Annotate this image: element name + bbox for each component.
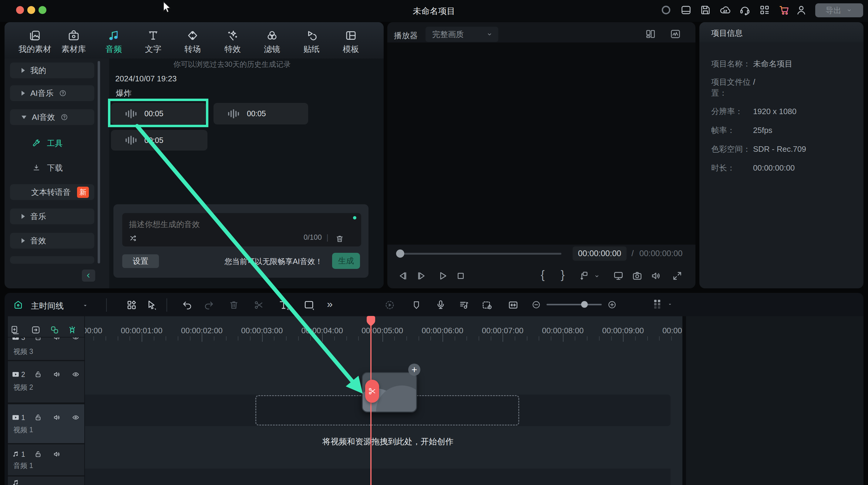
panel-layout-icon[interactable] [680, 4, 692, 16]
close-window-button[interactable] [16, 6, 24, 14]
audio-clip-chip[interactable]: 00:05 [111, 130, 208, 150]
sidebar-item-音乐[interactable]: 音乐 [10, 208, 94, 224]
track-manager-caret[interactable] [666, 301, 673, 308]
keyframe-icon[interactable] [481, 299, 493, 311]
tab-贴纸[interactable]: 贴纸 [294, 27, 329, 57]
snap-icon[interactable] [67, 325, 78, 335]
sidebar-item-partial[interactable] [10, 256, 94, 264]
eye-icon[interactable] [71, 338, 80, 341]
save-icon[interactable] [700, 4, 712, 16]
track-header-视频 1[interactable]: 1视频 1 [8, 404, 84, 443]
marker-jump-icon[interactable] [579, 270, 590, 282]
mark-in-button[interactable]: { [541, 268, 545, 281]
redo-icon[interactable] [204, 299, 214, 311]
zoom-in-icon[interactable] [607, 300, 617, 310]
zoom-out-icon[interactable] [531, 300, 541, 310]
audio-clip-chip[interactable]: 00:05 [111, 103, 207, 124]
split-icon[interactable] [253, 299, 264, 311]
more-tools-icon[interactable]: » [327, 298, 333, 310]
text-tool-icon[interactable] [278, 299, 290, 311]
tab-转场[interactable]: 转场 [175, 27, 210, 57]
audio-clip-chip[interactable]: 00:05 [214, 103, 308, 124]
account-icon[interactable] [795, 4, 807, 16]
help-icon[interactable] [59, 89, 67, 97]
cart-icon[interactable] [778, 4, 790, 16]
minimize-window-button[interactable] [27, 6, 35, 14]
tab-音频[interactable]: 音频 [96, 27, 131, 57]
shuffle-icon[interactable] [129, 234, 138, 243]
track-speaker-icon[interactable] [53, 413, 61, 422]
zoom-window-button[interactable] [38, 6, 46, 14]
multicam-view-icon[interactable] [645, 28, 657, 40]
track-speaker-icon[interactable] [53, 450, 61, 458]
main-timeline-home-icon[interactable] [13, 299, 24, 311]
tab-模板[interactable]: 模板 [333, 27, 369, 57]
undo-icon[interactable] [182, 299, 193, 311]
component-tool-icon[interactable] [126, 299, 137, 311]
speaker-icon[interactable] [650, 270, 662, 282]
timeline-dropdown-caret[interactable] [81, 302, 89, 310]
widgets-icon[interactable] [758, 4, 771, 16]
export-button[interactable]: 导出 [815, 3, 863, 17]
sidebar-item-下载[interactable]: 下载 [10, 162, 94, 174]
fit-timeline-icon[interactable] [507, 299, 519, 311]
external-monitor-icon[interactable] [613, 270, 624, 282]
fullscreen-icon[interactable] [672, 270, 683, 282]
track-header-音频 1[interactable]: 1音频 1 [8, 444, 84, 475]
sidebar-collapse-button[interactable] [82, 269, 95, 282]
trash-icon[interactable] [335, 234, 344, 244]
delete-icon[interactable] [228, 299, 239, 311]
add-clip-plus-badge[interactable]: + [408, 364, 420, 376]
add-media-icon[interactable] [10, 325, 20, 335]
select-tool-icon[interactable] [146, 299, 157, 311]
stop-button[interactable] [455, 270, 466, 282]
eye-icon[interactable] [71, 413, 80, 422]
track-header-视频 2[interactable]: 2视频 2 [8, 361, 84, 402]
screen-record-icon[interactable] [660, 4, 672, 16]
marker-chevron-icon[interactable] [593, 273, 600, 280]
voiceover-mic-icon[interactable] [435, 299, 446, 311]
video-scopes-icon[interactable] [669, 28, 681, 40]
next-frame-button[interactable] [415, 270, 427, 282]
quality-dropdown[interactable]: 完整画质 [426, 27, 498, 42]
tab-特效[interactable]: 特效 [215, 27, 250, 57]
play-button[interactable] [437, 270, 448, 282]
sidebar-item-音效[interactable]: 音效 [10, 233, 94, 249]
settings-button[interactable]: 设置 [122, 254, 159, 268]
cloud-sync-icon[interactable] [719, 4, 731, 16]
audio-mixer-icon[interactable] [458, 299, 470, 311]
sidebar-item-AI音效[interactable]: AI音效 [10, 109, 94, 125]
lock-open-icon[interactable] [34, 450, 42, 458]
render-preview-icon[interactable] [384, 299, 396, 311]
tab-滤镜[interactable]: 滤镜 [254, 27, 290, 57]
sidebar-item-文本转语音[interactable]: 文本转语音新 [10, 184, 94, 200]
eye-icon[interactable] [71, 370, 80, 378]
track-lane-audio1[interactable] [85, 468, 671, 485]
track-header-partial[interactable] [8, 477, 84, 485]
track-speaker-icon[interactable] [53, 370, 61, 378]
snapshot-camera-icon[interactable] [631, 270, 643, 282]
timeline-name[interactable]: 主时间线 [31, 301, 64, 311]
lock-open-icon[interactable] [34, 370, 42, 378]
track-header-视频 3[interactable]: 3视频 3 [8, 338, 84, 360]
sidebar-item-我的[interactable]: 我的 [10, 62, 94, 78]
timeline-zoom-knob[interactable] [581, 301, 588, 308]
sidebar-item-AI音乐[interactable]: AI音乐 [10, 85, 94, 101]
track-manager-icon[interactable] [651, 298, 663, 311]
mark-out-button[interactable]: } [561, 268, 565, 281]
add-marker-icon[interactable] [411, 300, 422, 310]
prompt-input[interactable] [122, 213, 361, 232]
tab-我的素材[interactable]: 我的素材 [17, 27, 53, 57]
playhead-head[interactable] [367, 316, 375, 326]
tab-素材库[interactable]: 素材库 [56, 27, 91, 57]
scrub-knob[interactable] [396, 250, 404, 258]
generate-button[interactable]: 生成 [332, 253, 360, 269]
tab-文字[interactable]: 文字 [135, 27, 171, 57]
timeline-ruler[interactable]: 00:00:00:0000:00:01:0000:00:02:0000:00:0… [85, 316, 682, 344]
previous-frame-button[interactable] [397, 270, 409, 282]
lock-open-icon[interactable] [34, 413, 42, 422]
lock-open-icon[interactable] [34, 338, 42, 341]
player-viewport[interactable] [387, 42, 695, 245]
insert-link-icon[interactable] [31, 325, 41, 335]
support-headset-icon[interactable] [739, 4, 751, 16]
